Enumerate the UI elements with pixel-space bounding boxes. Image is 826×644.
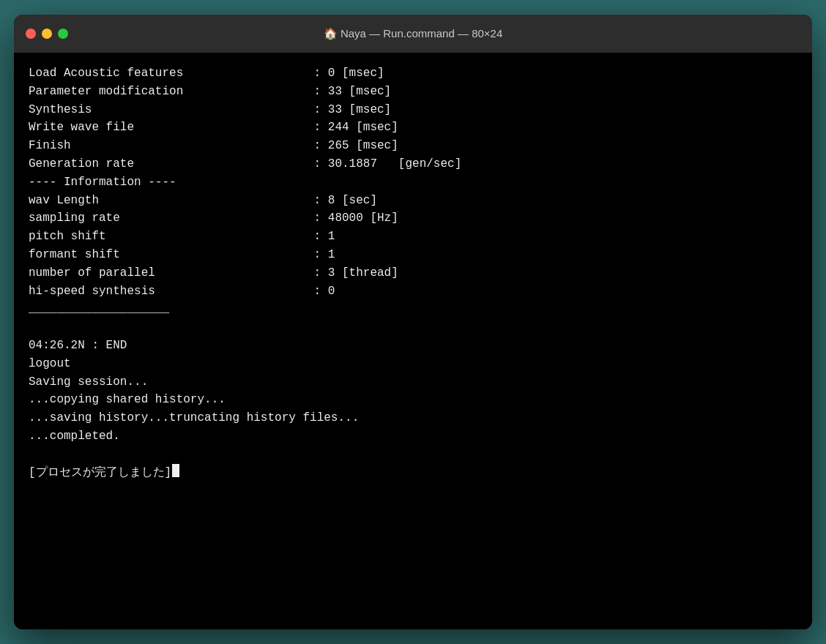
terminal-line: hi-speed synthesis : 0 <box>29 282 797 301</box>
line-label: Parameter modification <box>29 83 307 101</box>
line-value: : 0 [msec] <box>307 64 384 83</box>
terminal-line: Synthesis : 33 [msec] <box>29 101 797 119</box>
traffic-lights <box>26 29 68 39</box>
titlebar: 🏠 Naya — Run.command — 80×24 <box>14 15 812 53</box>
line-value: : 33 [msec] <box>307 101 391 119</box>
line-label: formant shift <box>29 246 307 264</box>
terminal-line <box>29 446 797 464</box>
line-value: : 30.1887 [gen/sec] <box>307 155 461 173</box>
line-value: : 8 [sec] <box>307 192 377 210</box>
process-complete-text: [プロセスが完了しました] <box>29 464 171 482</box>
terminal-window: 🏠 Naya — Run.command — 80×24 Load Acoust… <box>14 15 812 629</box>
terminal-line: pitch shift : 1 <box>29 228 797 246</box>
terminal-line: ...completed. <box>29 427 797 446</box>
terminal-line: ...copying shared history... <box>29 391 797 409</box>
terminal-line: Parameter modification : 33 [msec] <box>29 83 797 101</box>
terminal-line: Load Acoustic features : 0 [msec] <box>29 64 797 83</box>
line-value: : 33 [msec] <box>307 83 391 101</box>
minimize-button[interactable] <box>42 29 52 39</box>
line-label: Generation rate <box>29 155 307 173</box>
line-label: number of parallel <box>29 264 307 282</box>
terminal-line: number of parallel : 3 [thread] <box>29 264 797 282</box>
close-button[interactable] <box>26 29 36 39</box>
line-label: Synthesis <box>29 101 307 119</box>
terminal-line: wav Length : 8 [sec] <box>29 192 797 210</box>
line-label: wav Length <box>29 192 307 210</box>
terminal-line: Write wave file : 244 [msec] <box>29 119 797 137</box>
terminal-content[interactable]: Load Acoustic features : 0 [msec]Paramet… <box>14 53 812 629</box>
line-label: Load Acoustic features <box>29 64 307 83</box>
line-value: : 0 <box>307 282 335 301</box>
terminal-line: formant shift : 1 <box>29 246 797 264</box>
terminal-line: ____________________ <box>29 300 797 318</box>
terminal-line: logout <box>29 355 797 373</box>
terminal-line: ...saving history...truncating history f… <box>29 409 797 427</box>
terminal-line: Finish : 265 [msec] <box>29 137 797 155</box>
line-value: : 3 [thread] <box>307 264 398 282</box>
terminal-line <box>29 318 797 337</box>
terminal-line: 04:26.2N : END <box>29 337 797 355</box>
terminal-line: [プロセスが完了しました] <box>29 464 797 482</box>
line-label: pitch shift <box>29 228 307 246</box>
line-label: Finish <box>29 137 307 155</box>
title-text: 🏠 Naya — Run.command — 80×24 <box>324 27 503 40</box>
line-label: sampling rate <box>29 209 307 228</box>
terminal-line: ---- Information ---- <box>29 173 797 192</box>
terminal-output: Load Acoustic features : 0 [msec]Paramet… <box>29 64 797 482</box>
line-label: hi-speed synthesis <box>29 282 307 301</box>
window-title: 🏠 Naya — Run.command — 80×24 <box>324 27 503 40</box>
terminal-line: Generation rate : 30.1887 [gen/sec] <box>29 155 797 173</box>
line-value: : 48000 [Hz] <box>307 209 398 228</box>
line-value: : 265 [msec] <box>307 137 398 155</box>
line-value: : 1 <box>307 228 335 246</box>
line-label: Write wave file <box>29 119 307 137</box>
terminal-cursor <box>172 464 179 477</box>
line-value: : 1 <box>307 246 335 264</box>
terminal-line: sampling rate : 48000 [Hz] <box>29 209 797 228</box>
terminal-line: Saving session... <box>29 373 797 392</box>
line-value: : 244 [msec] <box>307 119 398 137</box>
maximize-button[interactable] <box>58 29 68 39</box>
